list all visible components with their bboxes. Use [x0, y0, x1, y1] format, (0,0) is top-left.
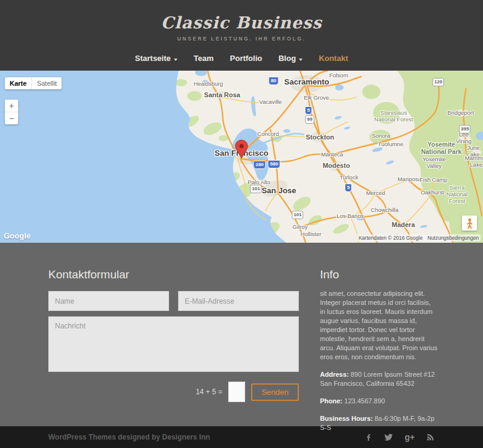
phone-value: 123.4567.890 [344, 397, 385, 405]
social-links: g+ [365, 433, 435, 442]
site-header: Classic Business UNSERE LEISTUNG. IHR ER… [0, 0, 483, 71]
map-attribution: Kartendaten © 2016 GoogleNutzungsbedingu… [357, 234, 481, 242]
twitter-icon[interactable] [384, 433, 393, 442]
address-line1: 890 Lorem Ipsum Street #12 [351, 371, 435, 378]
map-type-control: Karte Satellit [5, 77, 62, 89]
main-nav: StartseiteTeamPortfolioBlogKontakt [0, 54, 483, 63]
site-logo[interactable]: Classic Business [0, 0, 483, 32]
contact-section: Kontaktformular 14 + 5 = Senden Info sit… [0, 243, 483, 426]
address-line2: San Francisco, California 65432 [320, 380, 415, 387]
chevron-down-icon [299, 59, 302, 61]
pegman-icon [465, 218, 475, 229]
google-map[interactable]: HealdsburgSanta RosaSacramentoFolsomElk … [0, 71, 483, 243]
name-input[interactable] [48, 291, 169, 311]
zoom-in-button[interactable]: + [5, 100, 18, 112]
hours-label: Business Hours: [320, 415, 373, 422]
contact-form: 14 + 5 = Senden [48, 291, 299, 402]
google-logo[interactable]: Google [4, 231, 31, 240]
map-type-satellite-button[interactable]: Satellit [31, 77, 62, 89]
contact-form-title: Kontaktformular [48, 268, 129, 281]
phone-block: Phone: 123.4567.890 [320, 397, 438, 406]
google-plus-icon[interactable]: g+ [405, 433, 415, 441]
attribution-text: Kartendaten © 2016 Google [359, 235, 423, 241]
nav-item-blog[interactable]: Blog [278, 54, 302, 63]
info-title: Info [320, 268, 438, 281]
captcha-input[interactable] [228, 382, 245, 402]
terms-link[interactable]: Nutzungsbedingungen [427, 235, 479, 241]
send-button[interactable]: Senden [251, 383, 299, 401]
footer-credit: WordPress Themes designed by Designers I… [48, 433, 210, 441]
hours-block: Business Hours: 8a-6:30p M-F, 9a-2p S-S [320, 414, 438, 432]
message-textarea[interactable] [48, 316, 299, 372]
email-input[interactable] [178, 291, 299, 311]
chevron-down-icon [174, 59, 178, 61]
address-label: Address: [320, 371, 349, 378]
phone-label: Phone: [320, 397, 342, 405]
facebook-icon[interactable] [365, 434, 373, 441]
captcha-label: 14 + 5 = [196, 388, 222, 396]
nav-item-team[interactable]: Team [194, 54, 214, 63]
nav-item-kontakt[interactable]: Kontakt [319, 54, 348, 63]
info-text: sit amet, consectetur adipiscing elit. I… [320, 289, 438, 362]
zoom-out-button[interactable]: − [5, 112, 18, 124]
map-type-map-button[interactable]: Karte [5, 77, 31, 89]
pegman-button[interactable] [462, 216, 477, 231]
map-zoom-control: + − [5, 100, 18, 124]
info-column: Info sit amet, consectetur adipiscing el… [320, 268, 438, 432]
map-marker-pin[interactable] [235, 139, 248, 159]
site-tagline: UNSERE LEISTUNG. IHR ERFOLG. [0, 36, 483, 42]
nav-item-portfolio[interactable]: Portfolio [230, 54, 262, 63]
address-block: Address: 890 Lorem Ipsum Street #12 San … [320, 370, 438, 388]
nav-item-startseite[interactable]: Startseite [135, 54, 178, 63]
rss-icon[interactable] [426, 433, 435, 441]
